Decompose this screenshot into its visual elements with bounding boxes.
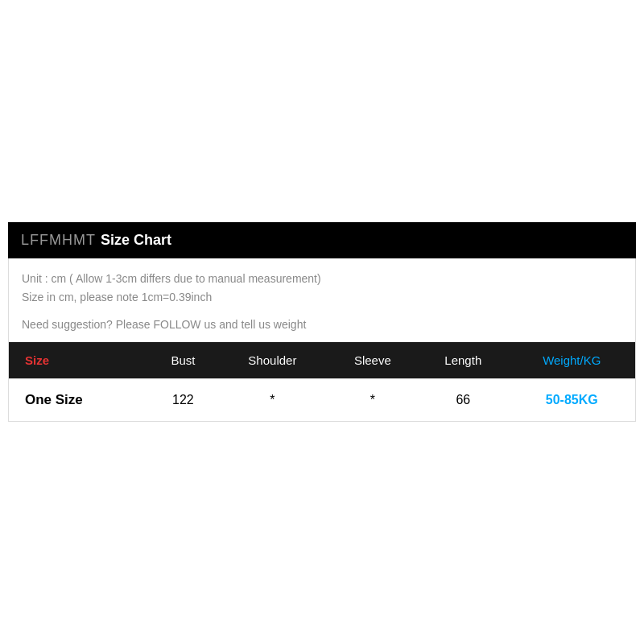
info-line-3: Need suggestion? Please FOLLOW us and te… — [22, 316, 622, 333]
col-header-weight: Weight/KG — [509, 342, 635, 379]
table-header-row: Size Bust Shoulder Sleeve Length Weight/… — [9, 342, 635, 379]
header-bar: LFFMHMT Size Chart — [8, 222, 636, 258]
col-header-length: Length — [418, 342, 508, 379]
chart-title: Size Chart — [101, 232, 171, 249]
info-line-1: Unit : cm ( Allow 1-3cm differs due to m… — [22, 270, 622, 287]
brand-name: LFFMHMT — [21, 232, 96, 249]
table-section: Size Bust Shoulder Sleeve Length Weight/… — [8, 342, 636, 422]
cell-weight: 50-85KG — [509, 378, 635, 421]
info-section: Unit : cm ( Allow 1-3cm differs due to m… — [8, 258, 636, 341]
col-header-shoulder: Shoulder — [217, 342, 328, 379]
cell-length: 66 — [418, 378, 508, 421]
col-header-bust: Bust — [149, 342, 217, 379]
cell-sleeve: * — [328, 378, 418, 421]
size-table: Size Bust Shoulder Sleeve Length Weight/… — [9, 342, 635, 421]
size-chart-container: LFFMHMT Size Chart Unit : cm ( Allow 1-3… — [8, 222, 636, 421]
col-header-sleeve: Sleeve — [328, 342, 418, 379]
cell-shoulder: * — [217, 378, 328, 421]
cell-size: One Size — [9, 378, 149, 421]
col-header-size: Size — [9, 342, 149, 379]
cell-bust: 122 — [149, 378, 217, 421]
info-line-2: Size in cm, please note 1cm=0.39inch — [22, 288, 622, 306]
table-row: One Size 122 * * 66 50-85KG — [9, 378, 635, 421]
